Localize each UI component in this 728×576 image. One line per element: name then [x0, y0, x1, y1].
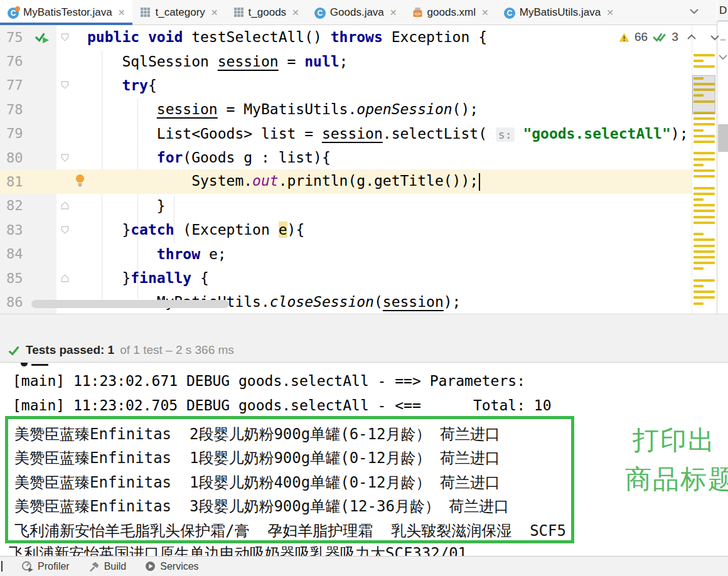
code-text[interactable]: System.out.println(g.getTitle()); [73, 173, 480, 191]
gutter-space [28, 169, 56, 193]
line-number: 83 [0, 218, 28, 242]
stripe-scrollbar-thumb[interactable] [692, 75, 715, 114]
code-text[interactable]: }finally { [73, 270, 209, 286]
product-line: 美赞臣蓝臻Enfinitas 1段婴儿奶粉900g单罐(0-12月龄） 荷兰进口 [14, 448, 567, 468]
warning-stripe-mark [693, 164, 704, 166]
close-icon[interactable]: ✕ [390, 8, 397, 18]
code-line-80: 80 for(Goods g : list){ [0, 146, 692, 169]
editor-warning-stripe[interactable] [692, 25, 717, 314]
tab-t_goods[interactable]: t_goods✕ [226, 0, 307, 24]
editor-horizontal-scrollbar[interactable] [31, 300, 229, 308]
gutter-space [28, 218, 56, 242]
line-number: 81 [0, 169, 28, 193]
tab-t_category[interactable]: t_category✕ [132, 0, 225, 24]
code-text[interactable]: public void testSelectAll() throws Excep… [73, 29, 487, 45]
fold-marker[interactable] [56, 225, 73, 235]
code-text[interactable]: } [73, 198, 166, 214]
table-icon [233, 7, 244, 18]
line-number: 76 [0, 49, 28, 73]
code-line-84: 84 throw e; [0, 242, 692, 266]
code-text[interactable]: List<Goods> list = session.selectList( s… [73, 125, 688, 142]
code-line-75: 75public void testSelectAll() throws Exc… [0, 25, 692, 49]
warning-stripe-mark [693, 285, 704, 287]
code-text[interactable]: SqlSession session = null; [73, 53, 348, 70]
tab-goods-java[interactable]: CGoods.java✕ [307, 0, 405, 24]
inspection-widget[interactable]: 66 3 [618, 30, 720, 44]
java-class-icon: C [8, 6, 19, 19]
gutter-space [28, 242, 56, 266]
warning-stripe-mark [693, 210, 715, 212]
close-icon[interactable]: ✕ [481, 8, 489, 18]
tab-goods-xml[interactable]: <>goods.xml✕ [405, 0, 496, 24]
line-number: 85 [0, 266, 28, 290]
warning-stripe-mark [693, 65, 715, 68]
tab-overflow-chevron-down-icon[interactable] [689, 8, 699, 15]
status-item-profiler[interactable]: Profiler [21, 560, 70, 572]
warning-icon [618, 32, 630, 43]
code-line-81: 81 System.out.println(g.getTitle()); [0, 169, 692, 193]
warning-stripe-mark [693, 279, 715, 282]
code-editor[interactable]: 75public void testSelectAll() throws Exc… [0, 25, 692, 314]
warning-stripe-mark [693, 291, 715, 293]
partial-tab[interactable]: D [717, 0, 728, 21]
java-class-icon: C [504, 6, 515, 19]
annotation-text-line1: 打印出 [633, 423, 715, 458]
line-number: 79 [0, 122, 28, 146]
close-icon[interactable]: ✕ [292, 8, 299, 18]
warning-stripe-mark [693, 250, 715, 253]
chevron-down-icon[interactable] [719, 54, 727, 60]
warning-stripe-mark [693, 169, 715, 172]
close-icon[interactable]: ✕ [211, 8, 218, 18]
console-output[interactable]: [main] 11:23:02.671 DEBUG goods.selectAl… [0, 363, 728, 556]
test-status-detail: of 1 test – 2 s 366 ms [120, 343, 234, 357]
line-number: 78 [0, 97, 28, 121]
close-icon[interactable]: ✕ [118, 8, 126, 18]
inline-parameter-hint: s: [496, 127, 515, 142]
run-test-icon[interactable] [28, 25, 56, 49]
warning-stripe-mark [693, 221, 715, 224]
tab-mybatisutils-java[interactable]: CMyBatisUtils.java✕ [496, 0, 621, 24]
services-icon [145, 561, 156, 572]
code-text[interactable]: throw e; [73, 246, 227, 262]
code-text[interactable]: session = MyBatisUtils.openSession(); [73, 101, 478, 117]
status-item-build[interactable]: Build [88, 561, 127, 572]
code-line-79: 79 List<Goods> list = session.selectList… [0, 122, 692, 146]
text-caret [479, 173, 480, 191]
close-icon[interactable]: ✕ [606, 8, 614, 18]
gutter-space [28, 266, 56, 290]
svg-text:<>: <> [414, 11, 420, 17]
splitter-grip[interactable] [720, 39, 725, 41]
warning-stripe-mark [693, 141, 715, 143]
warning-stripe-mark [693, 54, 715, 56]
gutter-space [28, 194, 56, 218]
fold-marker[interactable] [56, 153, 73, 163]
tab-mybatistestor-java[interactable]: CMyBatisTestor.java✕ [0, 0, 132, 24]
line-number: 80 [0, 146, 28, 169]
status-item-label: Profiler [38, 561, 70, 572]
line-number: 77 [0, 73, 28, 97]
tab-label: MyBatisTestor.java [23, 6, 112, 19]
warning-stripe-mark [693, 204, 715, 206]
log-line: [main] 11:23:02.705 DEBUG goods.selectAl… [13, 397, 552, 413]
code-text[interactable]: for(Goods g : list){ [73, 149, 331, 166]
chevron-down-icon[interactable] [710, 34, 720, 41]
warning-stripe-mark [693, 238, 715, 241]
vertical-scrollbar-thumb[interactable] [718, 124, 728, 152]
fold-marker[interactable] [56, 201, 73, 210]
fold-marker[interactable] [56, 33, 73, 42]
chevron-up-icon[interactable] [687, 34, 697, 41]
code-text[interactable]: try{ [73, 77, 157, 93]
gutter-space [28, 49, 56, 73]
lightbulb-icon[interactable] [74, 173, 86, 187]
warning-stripe-mark [693, 158, 715, 161]
status-bar-edge-mark [1, 561, 3, 572]
fold-marker[interactable] [56, 80, 73, 90]
product-line: 飞利浦新安怡羊毛脂乳头保护霜/膏 孕妇羊脂护理霜 乳头皲裂滋润保湿 SCF504… [14, 521, 567, 541]
warning-stripe-mark [693, 123, 715, 125]
gutter-space [28, 146, 56, 169]
fold-marker[interactable] [56, 274, 73, 283]
line-number: 84 [0, 242, 28, 266]
status-item-services[interactable]: Services [145, 561, 198, 572]
line-number: 82 [0, 194, 28, 218]
code-text[interactable]: }catch (Exception e){ [73, 221, 304, 238]
